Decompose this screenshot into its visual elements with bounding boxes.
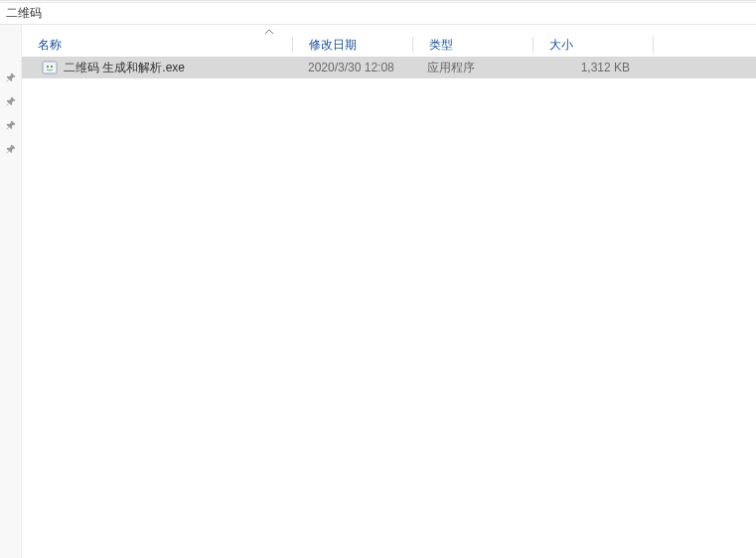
file-name: 二维码 生成和解析.exe: [64, 60, 185, 76]
pin-icon[interactable]: [6, 72, 16, 82]
column-header-type[interactable]: 类型: [413, 35, 532, 55]
file-name-cell: 二维码 生成和解析.exe: [22, 60, 292, 76]
file-explorer-content: 名称 修改日期 类型 大小: [22, 25, 756, 558]
column-header-type-label: 类型: [429, 37, 453, 54]
main-area: 名称 修改日期 类型 大小: [0, 25, 756, 558]
exe-icon: [42, 60, 58, 75]
breadcrumb[interactable]: 二维码: [0, 3, 756, 25]
quick-access-gutter: [0, 25, 22, 558]
pin-icon[interactable]: [6, 96, 16, 106]
svg-point-1: [47, 66, 49, 68]
column-header-name-label: 名称: [38, 37, 62, 54]
file-row[interactable]: 二维码 生成和解析.exe 2020/3/30 12:08 应用程序 1,312…: [22, 57, 756, 78]
svg-point-2: [51, 66, 53, 68]
column-separator[interactable]: [653, 37, 654, 53]
file-list[interactable]: 二维码 生成和解析.exe 2020/3/30 12:08 应用程序 1,312…: [22, 57, 756, 558]
file-type: 应用程序: [411, 60, 530, 76]
column-header-date[interactable]: 修改日期: [293, 35, 412, 55]
column-header-date-label: 修改日期: [309, 37, 357, 54]
file-size: 1,312 KB: [530, 61, 650, 74]
breadcrumb-current: 二维码: [6, 5, 42, 22]
pin-icon[interactable]: [6, 120, 16, 130]
svg-rect-0: [43, 62, 57, 73]
column-header-name[interactable]: 名称: [22, 35, 292, 55]
column-header-size[interactable]: 大小: [533, 35, 653, 55]
column-header-size-label: 大小: [549, 37, 573, 54]
chevron-up-icon: [264, 29, 274, 35]
columns-header: 名称 修改日期 类型 大小: [22, 25, 756, 57]
file-date: 2020/3/30 12:08: [292, 61, 411, 74]
pin-icon[interactable]: [6, 144, 16, 154]
